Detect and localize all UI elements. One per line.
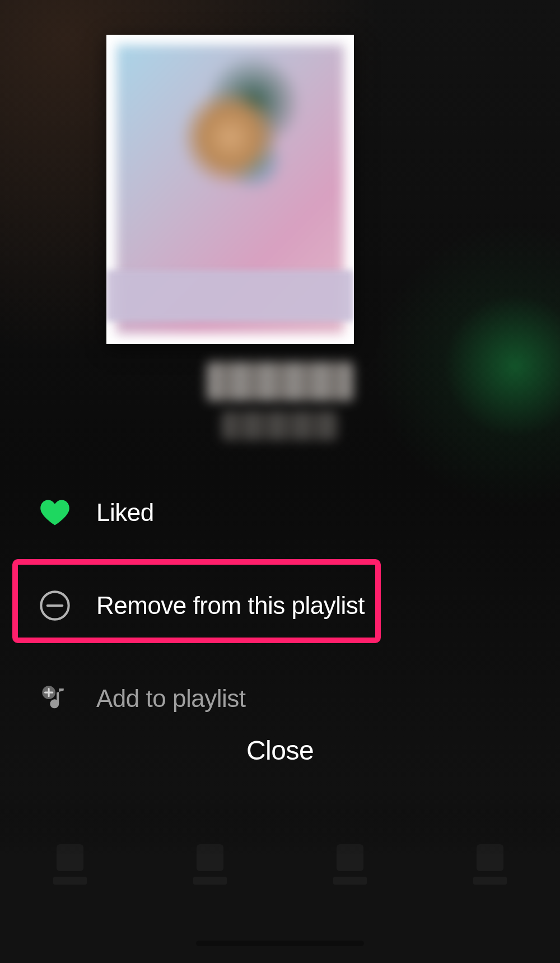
close-button[interactable]: Close: [0, 735, 560, 766]
track-titles: [0, 362, 560, 440]
track-artist-obscured: [222, 411, 338, 440]
album-art: [106, 35, 354, 344]
heart-icon: [38, 499, 72, 527]
context-menu: Liked Remove from this playlist Add to p…: [0, 466, 560, 745]
menu-item-label: Add to playlist: [96, 685, 245, 713]
menu-item-label: Remove from this playlist: [96, 592, 365, 620]
home-indicator: [196, 941, 364, 946]
add-music-icon: [38, 682, 72, 715]
bottom-nav: [0, 831, 560, 885]
menu-item-add-to-playlist[interactable]: Add to playlist: [0, 652, 560, 745]
remove-circle-icon: [38, 589, 72, 622]
bottom-shelf: [0, 806, 560, 963]
menu-item-remove-from-playlist[interactable]: Remove from this playlist: [0, 559, 560, 652]
menu-item-liked[interactable]: Liked: [0, 466, 560, 559]
track-title-obscured: [207, 362, 353, 401]
menu-item-label: Liked: [96, 499, 154, 527]
